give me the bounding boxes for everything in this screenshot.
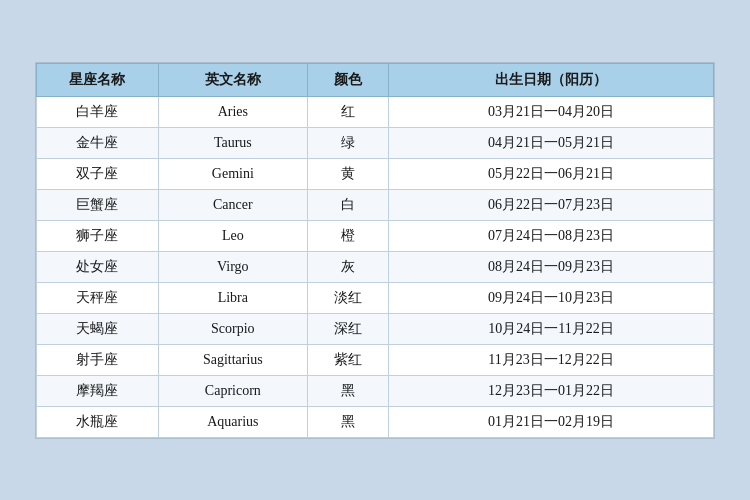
cell-color: 红	[307, 96, 388, 127]
cell-en: Scorpio	[158, 313, 307, 344]
cell-zh: 天蝎座	[37, 313, 159, 344]
table-row: 双子座Gemini黄05月22日一06月21日	[37, 158, 714, 189]
table-row: 巨蟹座Cancer白06月22日一07月23日	[37, 189, 714, 220]
cell-date: 12月23日一01月22日	[389, 375, 714, 406]
cell-zh: 处女座	[37, 251, 159, 282]
cell-en: Cancer	[158, 189, 307, 220]
cell-zh: 射手座	[37, 344, 159, 375]
header-en: 英文名称	[158, 63, 307, 96]
cell-color: 淡红	[307, 282, 388, 313]
table-row: 白羊座Aries红03月21日一04月20日	[37, 96, 714, 127]
table-row: 天秤座Libra淡红09月24日一10月23日	[37, 282, 714, 313]
cell-zh: 天秤座	[37, 282, 159, 313]
cell-color: 黄	[307, 158, 388, 189]
cell-color: 橙	[307, 220, 388, 251]
cell-date: 04月21日一05月21日	[389, 127, 714, 158]
table-row: 狮子座Leo橙07月24日一08月23日	[37, 220, 714, 251]
cell-zh: 白羊座	[37, 96, 159, 127]
table-body: 白羊座Aries红03月21日一04月20日金牛座Taurus绿04月21日一0…	[37, 96, 714, 437]
zodiac-table-container: 星座名称 英文名称 颜色 出生日期（阳历） 白羊座Aries红03月21日一04…	[35, 62, 715, 439]
header-zh: 星座名称	[37, 63, 159, 96]
cell-date: 08月24日一09月23日	[389, 251, 714, 282]
table-row: 处女座Virgo灰08月24日一09月23日	[37, 251, 714, 282]
cell-color: 深红	[307, 313, 388, 344]
table-row: 金牛座Taurus绿04月21日一05月21日	[37, 127, 714, 158]
cell-date: 06月22日一07月23日	[389, 189, 714, 220]
table-header-row: 星座名称 英文名称 颜色 出生日期（阳历）	[37, 63, 714, 96]
cell-en: Capricorn	[158, 375, 307, 406]
zodiac-table: 星座名称 英文名称 颜色 出生日期（阳历） 白羊座Aries红03月21日一04…	[36, 63, 714, 438]
cell-date: 10月24日一11月22日	[389, 313, 714, 344]
cell-color: 紫红	[307, 344, 388, 375]
cell-en: Gemini	[158, 158, 307, 189]
cell-en: Aquarius	[158, 406, 307, 437]
cell-zh: 金牛座	[37, 127, 159, 158]
cell-en: Aries	[158, 96, 307, 127]
cell-color: 灰	[307, 251, 388, 282]
cell-date: 03月21日一04月20日	[389, 96, 714, 127]
cell-date: 05月22日一06月21日	[389, 158, 714, 189]
table-row: 天蝎座Scorpio深红10月24日一11月22日	[37, 313, 714, 344]
cell-zh: 巨蟹座	[37, 189, 159, 220]
cell-date: 07月24日一08月23日	[389, 220, 714, 251]
cell-zh: 水瓶座	[37, 406, 159, 437]
header-date: 出生日期（阳历）	[389, 63, 714, 96]
cell-zh: 摩羯座	[37, 375, 159, 406]
cell-date: 01月21日一02月19日	[389, 406, 714, 437]
cell-color: 绿	[307, 127, 388, 158]
cell-zh: 双子座	[37, 158, 159, 189]
cell-en: Virgo	[158, 251, 307, 282]
cell-color: 黑	[307, 406, 388, 437]
table-row: 摩羯座Capricorn黑12月23日一01月22日	[37, 375, 714, 406]
cell-date: 11月23日一12月22日	[389, 344, 714, 375]
table-row: 射手座Sagittarius紫红11月23日一12月22日	[37, 344, 714, 375]
cell-en: Libra	[158, 282, 307, 313]
header-color: 颜色	[307, 63, 388, 96]
cell-en: Taurus	[158, 127, 307, 158]
cell-color: 黑	[307, 375, 388, 406]
cell-color: 白	[307, 189, 388, 220]
cell-zh: 狮子座	[37, 220, 159, 251]
table-row: 水瓶座Aquarius黑01月21日一02月19日	[37, 406, 714, 437]
cell-en: Sagittarius	[158, 344, 307, 375]
cell-en: Leo	[158, 220, 307, 251]
cell-date: 09月24日一10月23日	[389, 282, 714, 313]
